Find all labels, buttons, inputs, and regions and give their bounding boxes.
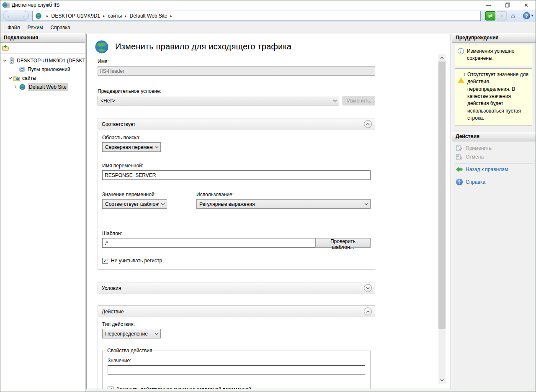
breadcrumb-arrow-icon: ▸ [44,14,52,18]
restore-button[interactable] [498,0,517,10]
cancel-icon [456,154,463,160]
feature-page: Изменить правило для исходящего трафика … [86,34,451,389]
back-arrow-icon [456,167,463,173]
actions-list: Применить Отмена Назад к правилам [452,141,536,187]
action-value-input[interactable] [108,365,365,375]
connections-tree: DESKTOP-U1MK9D1 (DESKTOI Пулы приложений [0,54,85,392]
stop-button[interactable]: ✕ [497,11,507,20]
tree-item-app-pools[interactable]: Пулы приложений [0,65,85,74]
variable-name-input[interactable] [102,170,371,180]
apply-icon [456,145,463,151]
scrollbar-track[interactable] [438,61,446,377]
nav-buttons: ← → [3,11,29,21]
save-connection-icon[interactable] [2,45,9,51]
info-alert-text: Изменения успешно сохранены. [467,48,529,62]
right-panel: Предупреждения i Изменения успешно сохра… [452,33,536,392]
help-icon: ? [456,179,463,185]
rule-name-input[interactable] [98,66,375,76]
precondition-select[interactable]: <Нет> [98,96,339,105]
pattern-label: Шаблон: [102,231,371,236]
breadcrumb-item-site[interactable]: Default Web Site [130,13,168,19]
chevron-down-icon [155,146,159,149]
variable-value-select[interactable]: Соответствует шаблону [102,199,167,209]
back-to-rules-link[interactable]: Назад к правилам [452,165,536,174]
close-button[interactable]: ✕ [517,0,536,10]
breadcrumb-item-sites[interactable]: сайты [108,13,122,19]
match-section-header[interactable]: Соответствует [98,118,375,130]
server-icon [8,57,15,64]
warning-alert-text: Отсутствует значение для действия переоп… [467,71,529,122]
action-section-header[interactable]: Действие [98,306,375,317]
edit-precondition-button[interactable]: Изменить... [343,96,375,105]
scroll-down-icon[interactable] [438,377,446,384]
test-pattern-button[interactable]: Проверить шаблон... [315,238,371,248]
content-area: Подключения [0,33,536,392]
action-section: Действие Тип действия: Переопределение [98,305,375,389]
page-globe-icon [94,39,109,54]
connections-toolbar [0,43,85,54]
breadcrumb[interactable]: ▸ DESKTOP-U1MK9D1 ▸ сайты ▸ Default Web … [32,11,481,21]
tree-label: Пулы приложений [28,67,70,72]
action-properties-group: Свойства действия Значение: ✓ Заменить д… [102,348,371,389]
vertical-scrollbar[interactable] [438,54,446,384]
scrollbar-thumb[interactable] [438,61,446,329]
collapse-icon[interactable] [364,120,372,128]
actions-separator [455,176,533,176]
breadcrumb-arrow-icon[interactable]: ▸ [100,14,108,18]
chevron-down-icon [155,333,159,335]
connections-header: Подключения [0,33,85,43]
replace-value-checkbox[interactable]: ✓ [108,387,113,389]
home-icon[interactable]: ⌂ [508,11,518,20]
sites-folder-icon [13,75,21,82]
info-icon: i [458,48,464,54]
variable-value-label: Значение переменной: [102,192,196,197]
chevron-down-icon[interactable] [2,59,7,62]
scroll-up-icon[interactable] [438,54,446,61]
back-icon[interactable]: ← [7,13,13,19]
variable-name-label: Имя переменной: [102,163,371,169]
match-section: Соответствует Область поиска: Серверная … [98,118,375,270]
name-label: Имя: [98,59,375,64]
breadcrumb-arrow-icon[interactable]: ▸ [167,14,175,18]
chevron-down-icon [161,203,165,205]
menu-file[interactable]: Файл [4,23,24,32]
tree-item-sites[interactable]: сайты [0,74,85,82]
main-wrap: Изменить правило для исходящего трафика … [85,33,452,392]
forward-icon[interactable]: → [19,13,25,19]
scope-select[interactable]: Серверная переменн [102,142,161,152]
pattern-input[interactable] [102,238,315,248]
action-value-label: Значение: [108,358,365,364]
help-link[interactable]: ? Справка [452,178,536,187]
apply-button[interactable]: Применить [452,144,536,153]
connections-sidebar: Подключения [0,33,85,392]
warning-icon: ! [458,72,464,122]
menu-help[interactable]: Справка [47,23,74,32]
titlebar: Диспетчер служб IIS — ✕ [0,0,536,10]
iis-manager-window: Диспетчер служб IIS — ✕ ← → ▸ DESKTOP-U1… [0,0,536,392]
cancel-button[interactable]: Отмена [452,153,536,161]
collapse-icon[interactable] [364,307,372,315]
tree-label: сайты [22,75,36,81]
breadcrumb-item-server[interactable]: DESKTOP-U1MK9D1 [52,13,100,19]
breadcrumb-arrow-icon[interactable]: ▸ [122,14,130,18]
tree-item-default-web-site[interactable]: Default Web Site [0,82,85,91]
tree-item-server[interactable]: DESKTOP-U1MK9D1 (DESKTOI [0,56,85,65]
actions-header: Действия [452,132,536,141]
address-bar: ← → ▸ DESKTOP-U1MK9D1 ▸ сайты ▸ Default … [0,10,536,22]
actions-separator [455,163,533,164]
refresh-button[interactable]: ⇄ [485,11,495,20]
ignore-case-checkbox[interactable]: ✓ [102,258,108,264]
action-type-select[interactable]: Переопределение [102,329,161,338]
action-properties-title: Свойства действия [106,348,153,354]
chevron-right-icon[interactable] [13,85,18,89]
help-dropdown-caret-icon[interactable]: ▾ [531,14,533,18]
using-select[interactable]: Регулярные выражения [196,199,371,209]
chevron-down-icon[interactable] [8,77,13,79]
expand-icon[interactable] [364,284,372,292]
menu-view[interactable]: Режим [24,23,47,32]
menubar: Файл Режим Справка [0,22,536,33]
tree-label: Default Web Site [28,83,68,91]
conditions-section-header[interactable]: Условия [98,282,375,294]
help-icon[interactable]: ? [523,12,530,19]
minimize-button[interactable]: — [479,0,498,10]
